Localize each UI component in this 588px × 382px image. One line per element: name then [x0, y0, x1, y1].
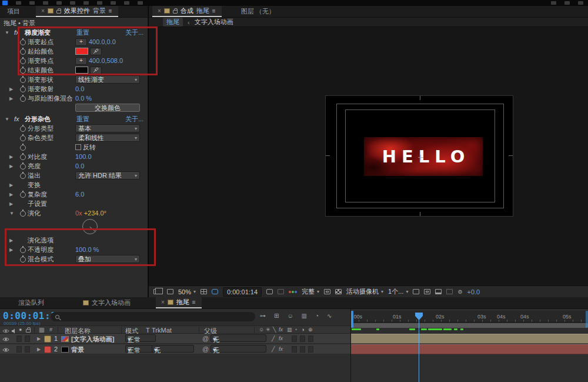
angle-revolutions[interactable]: 0x	[75, 210, 82, 217]
fx-toggle-icon[interactable]: fx	[279, 346, 283, 352]
hello-banner-layer[interactable]: HELLO	[364, 137, 483, 176]
work-area-bar[interactable]	[351, 323, 588, 328]
grid-guides-icon[interactable]	[201, 289, 207, 294]
property-value[interactable]: 0.0 %	[75, 95, 92, 102]
work-area-start-handle[interactable]	[351, 311, 353, 328]
lock-icon[interactable]	[173, 10, 178, 14]
twirl-icon[interactable]: ▶	[9, 164, 19, 169]
toolbar-icon[interactable]	[138, 1, 143, 5]
tab-effect-controls[interactable]: × 效果控件 背景 ≡	[36, 6, 118, 17]
quality-toggle-icon[interactable]: ╱	[272, 336, 275, 341]
hide-shy-layers-icon[interactable]: ☺	[287, 313, 293, 319]
t-column-header[interactable]: T	[146, 327, 150, 334]
stopwatch-icon[interactable]	[19, 246, 28, 253]
parent-pickwhip-icon[interactable]: @	[202, 346, 209, 353]
twirl-icon[interactable]: ▶	[9, 87, 19, 92]
stopwatch-icon[interactable]	[19, 67, 28, 74]
fx-badge-icon[interactable]: fx	[14, 115, 24, 122]
twirl-open-icon[interactable]: ▼	[5, 117, 14, 122]
graph-editor-icon[interactable]: ∿	[327, 313, 332, 319]
tab-project[interactable]: 项目	[0, 6, 25, 17]
property-value[interactable]: 0.0	[75, 162, 84, 170]
toolbar-icon[interactable]	[83, 1, 89, 5]
toggle-mask-visibility-icon[interactable]	[212, 289, 218, 294]
layer-name[interactable]: 背景	[71, 346, 84, 354]
show-channels-icon[interactable]	[289, 291, 297, 293]
layer-duration-bar[interactable]	[351, 334, 588, 344]
eyedropper-icon[interactable]	[90, 67, 102, 74]
breadcrumb-current-comp[interactable]: 拖尾	[163, 18, 183, 26]
angle-degrees[interactable]: +234.0°	[84, 210, 106, 217]
layer-twirl-icon[interactable]: ▶	[37, 336, 41, 341]
timeline-search-input[interactable]	[51, 312, 255, 321]
lock-icon[interactable]	[56, 10, 61, 14]
stopwatch-icon[interactable]	[19, 210, 28, 217]
stopwatch-icon[interactable]	[19, 255, 28, 263]
viewer-timecode[interactable]: 0:00:01:14	[223, 287, 262, 297]
close-icon[interactable]: ×	[41, 8, 45, 14]
toolbar-icon[interactable]	[16, 1, 21, 5]
effect-header[interactable]: ▼fx分形杂色重置关于...	[0, 114, 148, 124]
stopwatch-icon[interactable]	[19, 144, 28, 151]
fx-toggle-icon[interactable]: fx	[279, 336, 283, 341]
trkmat-column-header[interactable]: TrkMat	[152, 327, 172, 334]
position-crosshair-button[interactable]: +	[75, 38, 87, 46]
close-icon[interactable]: ×	[158, 8, 161, 14]
color-swatch[interactable]	[75, 48, 88, 55]
stopwatch-icon[interactable]	[19, 85, 28, 92]
about-link[interactable]: 关于...	[125, 28, 143, 37]
time-ruler[interactable]: :00s01s02s03s04s04s05s	[351, 311, 588, 323]
twirl-icon[interactable]: ▶	[9, 247, 19, 253]
frame-blending-icon[interactable]: ▥	[302, 313, 307, 319]
swap-colors-button[interactable]: 交换颜色	[75, 104, 140, 112]
panel-menu-icon[interactable]: ≡	[192, 299, 196, 305]
toolbar-icon[interactable]	[564, 1, 570, 5]
view-layout-select[interactable]: 1个...▾	[388, 287, 408, 296]
toolbar-icon[interactable]	[578, 1, 583, 5]
invert-checkbox[interactable]	[75, 144, 81, 150]
layer-twirl-icon[interactable]: ▶	[37, 347, 41, 352]
dropdown-select[interactable]: 允许 HDR 结果▾	[75, 171, 140, 180]
parent-select[interactable]: 无▾	[211, 345, 266, 353]
layer-duration-bar[interactable]	[351, 344, 588, 354]
twirl-icon[interactable]: ▶	[9, 96, 19, 101]
reset-exposure-icon[interactable]: ⚙	[457, 289, 462, 295]
stopwatch-icon[interactable]	[19, 38, 28, 45]
toolbar-icon[interactable]	[111, 1, 116, 5]
reset-link[interactable]: 重置	[76, 115, 89, 124]
work-area-end-handle[interactable]	[586, 311, 588, 328]
motion-blur-icon[interactable]: ◔	[315, 313, 319, 319]
composition-frame[interactable]: HELLO	[325, 95, 513, 217]
stopwatch-icon[interactable]	[19, 153, 28, 160]
twirl-icon[interactable]: ▶	[9, 201, 19, 207]
snapshot-camera-icon[interactable]	[266, 289, 273, 294]
toolbar-icon[interactable]	[124, 1, 129, 5]
stopwatch-icon[interactable]	[19, 57, 28, 64]
parent-select[interactable]: 无▾	[211, 334, 266, 342]
eyedropper-icon[interactable]	[90, 48, 102, 55]
toolbar-icon[interactable]	[43, 1, 48, 5]
twirl-open-icon[interactable]: ▼	[5, 30, 14, 35]
region-of-interest-icon[interactable]	[324, 289, 330, 294]
quality-toggle-icon[interactable]: ╱	[272, 346, 275, 352]
stopwatch-icon[interactable]	[19, 134, 28, 141]
view-select[interactable]: 活动摄像机▾	[346, 287, 383, 296]
parent-pickwhip-icon[interactable]: @	[202, 335, 209, 342]
dropdown-select[interactable]: 叠加▾	[75, 255, 140, 263]
playhead-line[interactable]	[419, 313, 419, 382]
close-icon[interactable]: ×	[161, 299, 165, 305]
toolbar-icon[interactable]	[97, 1, 102, 5]
stopwatch-icon[interactable]	[19, 125, 28, 132]
tab-comp-trail[interactable]: × 拖尾 ≡	[156, 297, 202, 308]
twirl-icon[interactable]: ▶	[9, 238, 19, 243]
twirl-icon[interactable]: ▶	[9, 182, 19, 188]
twirl-icon[interactable]: ▼	[9, 211, 19, 216]
layer-row[interactable]: ▶2背景正常▾无▾@无▾╱fx	[0, 344, 350, 354]
property-value[interactable]: 400.0,0.0	[89, 38, 116, 45]
fast-previews-icon[interactable]	[424, 289, 430, 294]
stopwatch-icon[interactable]	[19, 162, 28, 170]
dropdown-select[interactable]: 柔和线性▾	[75, 134, 140, 142]
tab-composition[interactable]: × 合成 拖尾 ≡	[152, 6, 222, 17]
stopwatch-icon[interactable]	[19, 48, 28, 55]
stopwatch-icon[interactable]	[19, 76, 28, 83]
